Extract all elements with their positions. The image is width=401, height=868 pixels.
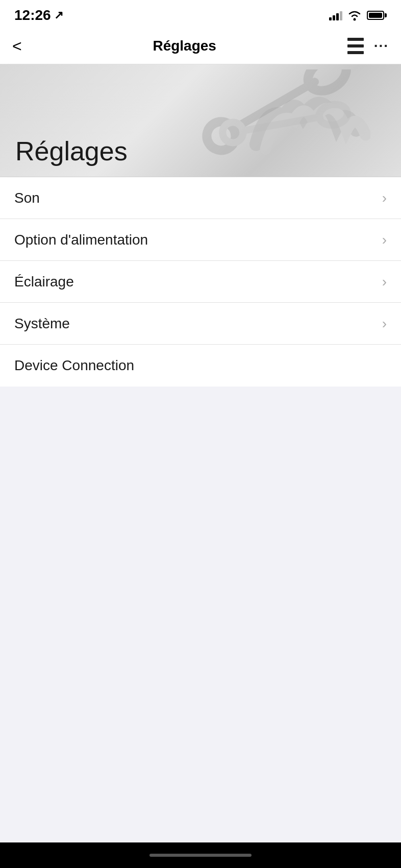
home-indicator <box>0 842 401 868</box>
svg-point-0 <box>354 18 356 21</box>
nav-bar: < Réglages ··· <box>0 28 401 64</box>
page-title: Réglages <box>15 136 128 166</box>
menu-item-device-connection[interactable]: Device Connection <box>0 345 401 387</box>
nav-actions: ··· <box>347 38 389 54</box>
nav-title: Réglages <box>153 38 216 54</box>
status-icons <box>329 10 387 21</box>
menu-item-eclairage-label: Éclairage <box>14 274 74 290</box>
hero-banner: Réglages <box>0 64 401 177</box>
menu-item-son-label: Son <box>14 190 40 206</box>
chevron-right-icon: › <box>382 275 387 289</box>
menu-item-eclairage[interactable]: Éclairage › <box>0 261 401 303</box>
footer-area <box>0 387 401 846</box>
menu-item-systeme[interactable]: Système › <box>0 303 401 345</box>
chevron-right-icon: › <box>382 191 387 205</box>
chevron-right-icon: › <box>382 317 387 331</box>
menu-item-option-alimentation[interactable]: Option d'alimentation › <box>0 219 401 261</box>
wifi-icon <box>347 10 362 21</box>
location-icon: ↗ <box>54 9 63 22</box>
battery-icon <box>367 11 387 20</box>
status-bar: 12:26 ↗ <box>0 0 401 28</box>
more-menu-icon[interactable]: ··· <box>374 39 389 53</box>
chevron-right-icon: › <box>382 233 387 247</box>
time-display: 12:26 <box>14 7 51 23</box>
layers-icon[interactable] <box>347 38 364 54</box>
menu-item-systeme-label: Système <box>14 316 70 332</box>
status-time: 12:26 ↗ <box>14 7 63 23</box>
menu-item-option-alimentation-label: Option d'alimentation <box>14 232 148 248</box>
signal-icon <box>329 10 342 20</box>
back-button[interactable]: < <box>12 38 22 54</box>
wrench-decoration-icon <box>192 69 386 172</box>
menu-item-device-connection-label: Device Connection <box>14 357 134 374</box>
settings-list: Son › Option d'alimentation › Éclairage … <box>0 177 401 387</box>
home-bar <box>149 854 252 857</box>
menu-item-son[interactable]: Son › <box>0 177 401 219</box>
